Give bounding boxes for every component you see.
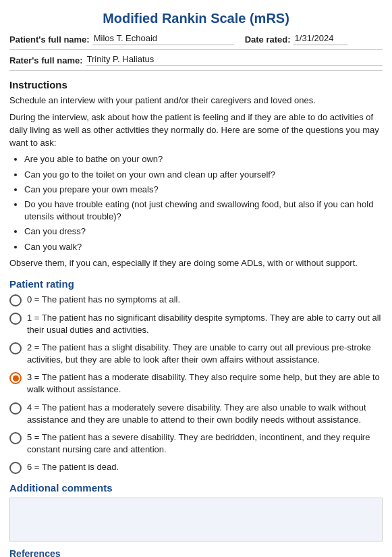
instructions-observe: Observe them, if you can, especially if …	[9, 257, 383, 270]
patient-rating-title: Patient rating	[9, 278, 383, 290]
radio-circle-3[interactable]	[9, 372, 22, 384]
rating-item-0[interactable]: 0 = The patient has no symptoms at all.	[9, 294, 383, 307]
date-label: Date rated:	[245, 34, 291, 45]
instructions-p1: Schedule an interview with your patient …	[9, 95, 383, 107]
rater-row: Rater's full name: Trinity P. Haliatus	[9, 54, 383, 66]
radio-circle-2[interactable]	[9, 342, 22, 354]
page-title: Modified Rankin Scale (mRS)	[9, 11, 383, 26]
instructions-list: Are you able to bathe on your own? Can y…	[24, 153, 383, 253]
list-item: Can you prepare your own meals?	[24, 184, 383, 196]
rating-item-5[interactable]: 5 = The patient has a severe disability.…	[9, 431, 383, 456]
references-section: References Bonita, R., & Beaglehole, R. …	[9, 548, 383, 557]
rating-text-6: 6 = The patient is dead.	[27, 461, 383, 473]
references-title: References	[9, 548, 383, 557]
rating-item-2[interactable]: 2 = The patient has a slight disability.…	[9, 342, 383, 366]
list-item: Can you dress?	[24, 226, 383, 238]
instructions-title: Instructions	[9, 79, 383, 90]
rater-label: Rater's full name:	[9, 55, 83, 65]
rating-text-0: 0 = The patient has no symptoms at all.	[27, 294, 383, 306]
comments-box[interactable]	[9, 498, 383, 541]
patient-label: Patient's full name:	[9, 34, 90, 45]
radio-circle-0[interactable]	[9, 294, 22, 307]
patient-row: Patient's full name: Milos T. Echoaid Da…	[9, 33, 383, 45]
date-value: 1/31/2024	[293, 33, 347, 45]
radio-circle-1[interactable]	[9, 313, 22, 325]
rating-text-5: 5 = The patient has a severe disability.…	[27, 431, 383, 456]
radio-circle-4[interactable]	[9, 402, 22, 415]
list-item: Can you go to the toilet on your own and…	[24, 169, 383, 181]
rating-item-4[interactable]: 4 = The patient has a moderately severe …	[9, 402, 383, 426]
list-item: Can you walk?	[24, 241, 383, 253]
radio-circle-6[interactable]	[9, 462, 22, 474]
rating-item-1[interactable]: 1 = The patient has no significant disab…	[9, 312, 383, 336]
patient-value: Milos T. Echoaid	[92, 33, 234, 45]
radio-circle-5[interactable]	[9, 432, 22, 444]
rating-options: 0 = The patient has no symptoms at all.1…	[9, 294, 383, 475]
list-item: Do you have trouble eating (not just che…	[24, 198, 383, 223]
divider1	[9, 49, 383, 50]
date-group: Date rated: 1/31/2024	[241, 33, 347, 45]
list-item: Are you able to bathe on your own?	[24, 153, 383, 165]
rating-text-1: 1 = The patient has no significant disab…	[27, 312, 383, 336]
rating-item-3[interactable]: 3 = The patient has a moderate disabilit…	[9, 371, 383, 396]
rating-text-3: 3 = The patient has a moderate disabilit…	[27, 371, 383, 396]
rating-text-4: 4 = The patient has a moderately severe …	[27, 402, 383, 426]
instructions-p2: During the interview, ask about how the …	[9, 111, 383, 150]
rating-item-6[interactable]: 6 = The patient is dead.	[9, 461, 383, 474]
additional-comments-title: Additional comments	[9, 482, 383, 494]
divider2	[9, 70, 383, 71]
rater-value: Trinity P. Haliatus	[86, 54, 383, 66]
rating-text-2: 2 = The patient has a slight disability.…	[27, 342, 383, 366]
